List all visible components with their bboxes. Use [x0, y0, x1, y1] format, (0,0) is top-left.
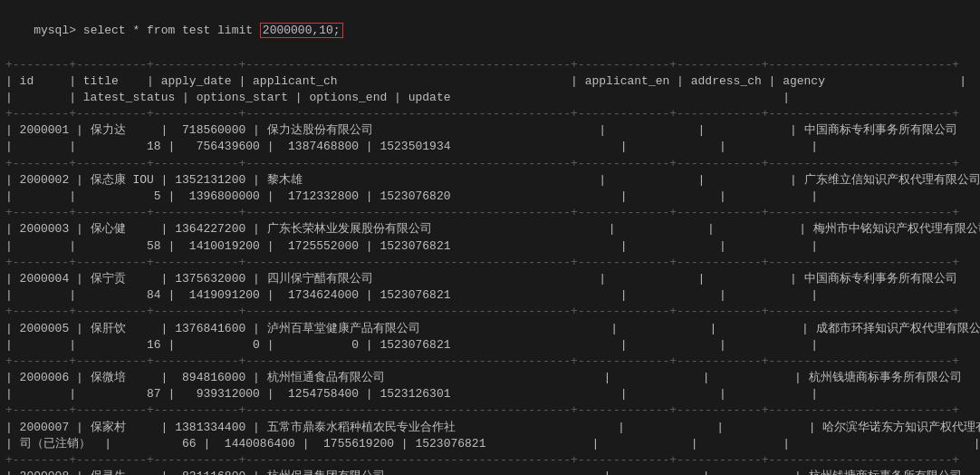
header-row-1: | id | title | apply_date | applicant_ch… [5, 73, 975, 90]
table-row-sub: | | 18 | 756439600 | 1387468800 | 152350… [5, 139, 975, 155]
table-row: | 2000005 | 保肝饮 | 1376841600 | 泸州百草堂健康产品… [5, 321, 975, 337]
table-row-sub: | | 87 | 939312000 | 1254758400 | 152312… [5, 386, 975, 402]
table-row: | 2000002 | 保态康 IOU | 1352131200 | 黎木雄 |… [5, 172, 975, 189]
table-row-sub: | 司（已注销） | 66 | 1440086400 | 1755619200 … [5, 436, 975, 452]
table-row: | 2000008 | 保灵生 | 821116800 | 杭州保灵集团有限公司… [5, 469, 975, 475]
table-row-sub: | | 84 | 1419091200 | 1734624000 | 15230… [5, 287, 975, 304]
table-row: | 2000007 | 保家村 | 1381334400 | 五常市鼎泰水稻种植… [5, 420, 975, 436]
divider-top: +--------+----------+------------+------… [5, 57, 975, 73]
command-highlight: 2000000,10; [260, 23, 343, 38]
header-row-2: | | latest_status | options_start | opti… [5, 90, 975, 106]
divider-row: +--------+----------+------------+------… [5, 205, 975, 221]
mysql-prompt: mysql> select * from test limit [34, 24, 260, 37]
divider-row: +--------+----------+------------+------… [5, 156, 975, 172]
divider-row: +--------+----------+------------+------… [5, 255, 975, 271]
table-row: | 2000006 | 保微培 | 894816000 | 杭州恒通食品有限公司… [5, 370, 975, 386]
divider-row: +--------+----------+------------+------… [5, 354, 975, 370]
command-line: mysql> select * from test limit 2000000,… [5, 4, 975, 57]
table-row-sub: | | 58 | 1410019200 | 1725552000 | 15230… [5, 238, 975, 255]
table-row: | 2000004 | 保宁贡 | 1375632000 | 四川保宁醋有限公司… [5, 271, 975, 287]
table-row: | 2000001 | 保力达 | 718560000 | 保力达股份有限公司 … [5, 122, 975, 139]
divider-header: +--------+----------+------------+------… [5, 106, 975, 122]
table-row-sub: | | 5 | 1396800000 | 1712332800 | 152307… [5, 189, 975, 205]
table-row: | 2000003 | 保心健 | 1364227200 | 广东长荣林业发展股… [5, 221, 975, 238]
divider-row: +--------+----------+------------+------… [5, 402, 975, 419]
terminal-window: mysql> select * from test limit 2000000,… [0, 0, 980, 475]
table-row-sub: | | 16 | 0 | 0 | 1523076821 | | | | [5, 337, 975, 354]
divider-row: +--------+----------+------------+------… [5, 452, 975, 469]
divider-row: +--------+----------+------------+------… [5, 304, 975, 320]
